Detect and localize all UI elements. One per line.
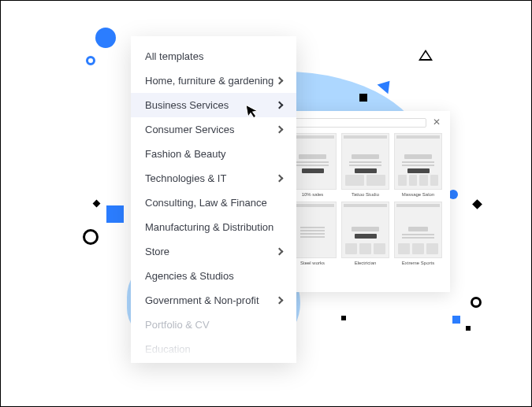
menu-item[interactable]: Technologies & IT: [131, 166, 296, 191]
template-thumbnail: [341, 202, 389, 258]
menu-item-label: Agencies & Studios: [145, 270, 234, 282]
menu-item[interactable]: Consulting, Law & Finance: [131, 191, 296, 215]
menu-item[interactable]: Manufacturing & Distribution: [131, 215, 296, 239]
deco-square: [93, 200, 101, 208]
menu-item[interactable]: Home, furniture & gardening: [131, 68, 296, 93]
deco-square: [466, 326, 471, 331]
menu-item-label: Technologies & IT: [145, 172, 226, 184]
template-caption: Steel works: [300, 261, 325, 265]
menu-item-label: Store: [145, 246, 169, 257]
chevron-right-icon: [276, 175, 284, 183]
menu-item-label: Fashion & Beauty: [145, 148, 226, 160]
deco-square: [359, 94, 367, 102]
deco-circle-outline: [83, 229, 99, 245]
menu-item[interactable]: All templates: [131, 44, 296, 68]
template-card[interactable]: Extreme Sports: [394, 202, 442, 265]
menu-item-label: Government & Non-profit: [145, 294, 259, 306]
template-thumbnail: [341, 133, 389, 190]
chevron-right-icon: [276, 126, 284, 134]
menu-item[interactable]: Consumer Services: [131, 117, 296, 142]
menu-item-label: All templates: [145, 50, 203, 62]
template-gallery-panel: ✕ 10% salesTattoo StudioMassage SalonSte…: [281, 111, 450, 292]
menu-item-label: Consumer Services: [145, 124, 234, 135]
menu-item[interactable]: Government & Non-profit: [131, 288, 296, 313]
menu-item[interactable]: Fashion & Beauty: [131, 142, 296, 166]
menu-item[interactable]: Agencies & Studios: [131, 264, 296, 288]
menu-item[interactable]: Portfolio & CV: [131, 313, 296, 337]
deco-square-blue: [106, 205, 124, 223]
template-caption: Extreme Sports: [402, 261, 434, 265]
template-caption: Electrician: [355, 261, 377, 265]
menu-item-label: Manufacturing & Distribution: [145, 221, 273, 233]
menu-item-label: Consulting, Law & Finance: [145, 197, 267, 209]
menu-item[interactable]: Store: [131, 239, 296, 264]
deco-triangle: [419, 50, 433, 61]
chevron-right-icon: [276, 248, 284, 256]
deco-circle-outline: [471, 297, 482, 308]
deco-square-blue: [452, 316, 460, 324]
gallery-search-input[interactable]: [288, 118, 426, 128]
template-card[interactable]: Tattoo Studio: [341, 133, 389, 197]
chevron-right-icon: [276, 102, 284, 109]
template-caption: Tattoo Studio: [352, 192, 379, 197]
chevron-right-icon: [276, 297, 284, 305]
menu-item-label: Portfolio & CV: [145, 319, 210, 331]
menu-item-label: Business Services: [145, 99, 229, 111]
menu-fade-mask: [131, 339, 296, 363]
deco-circle: [95, 28, 116, 48]
menu-item-label: Home, furniture & gardening: [145, 75, 273, 87]
deco-circle-outline: [86, 56, 95, 65]
deco-triangle-blue: [378, 76, 396, 94]
template-category-menu: All templatesHome, furniture & gardening…: [131, 36, 296, 361]
template-caption: Massage Salon: [402, 192, 434, 197]
deco-square: [341, 316, 346, 320]
close-icon[interactable]: ✕: [431, 117, 442, 128]
chevron-right-icon: [276, 77, 284, 85]
menu-item[interactable]: Business Services: [131, 93, 296, 117]
template-thumbnail: [394, 202, 442, 258]
template-card[interactable]: Massage Salon: [394, 133, 442, 197]
template-card[interactable]: Electrician: [341, 202, 389, 265]
deco-square: [472, 199, 482, 209]
template-caption: 10% sales: [302, 192, 324, 197]
template-thumbnail: [394, 133, 442, 190]
